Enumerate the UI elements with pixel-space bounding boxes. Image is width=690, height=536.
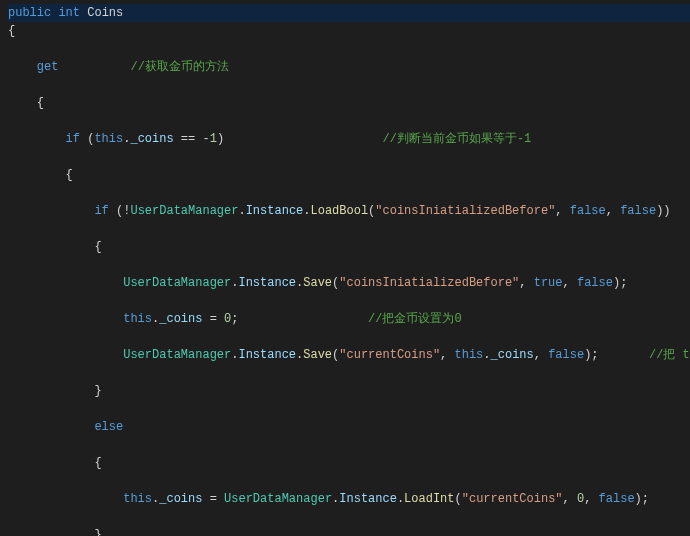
token-pn: )): [656, 204, 670, 218]
token-pn: }: [94, 384, 101, 398]
token-kw: int: [58, 6, 80, 20]
code-line[interactable]: }: [8, 526, 690, 536]
token-member: Instance: [238, 348, 296, 362]
token-kw: false: [570, 204, 606, 218]
code-line[interactable]: else: [8, 418, 690, 436]
token-pn: {: [37, 96, 44, 110]
token-kw: this: [123, 492, 152, 506]
code-line[interactable]: UserDataManager.Instance.Save("currentCo…: [8, 346, 690, 364]
code-line[interactable]: public int Coins: [8, 4, 690, 22]
token-member: _coins: [159, 312, 202, 326]
token-pn: (: [455, 492, 462, 506]
token-func: Save: [303, 276, 332, 290]
token-kw: if: [94, 204, 108, 218]
token-type: UserDataManager: [123, 276, 231, 290]
token-pn: [224, 132, 382, 146]
code-line[interactable]: UserDataManager.Instance.Save("coinsInia…: [8, 274, 690, 292]
token-str: "currentCoins": [339, 348, 440, 362]
token-pn: ,: [563, 492, 577, 506]
token-pn: ,: [606, 204, 620, 218]
token-member: Instance: [238, 276, 296, 290]
token-func: Save: [303, 348, 332, 362]
token-id: Coins: [87, 6, 123, 20]
token-pn: =: [202, 312, 224, 326]
token-kw: false: [620, 204, 656, 218]
token-str: "currentCoins": [462, 492, 563, 506]
token-pn: {: [66, 168, 73, 182]
token-str: "coinsIniatializedBefore": [339, 276, 519, 290]
token-pn: (: [80, 132, 94, 146]
token-func: LoadBool: [310, 204, 368, 218]
token-kw: false: [577, 276, 613, 290]
code-line[interactable]: }: [8, 382, 690, 400]
token-kw: else: [94, 420, 123, 434]
token-pn: {: [94, 240, 101, 254]
token-pn: }: [94, 528, 101, 536]
token-pn: ,: [440, 348, 454, 362]
code-editor[interactable]: public int Coins { get //获取金币的方法 { if (t…: [0, 0, 690, 536]
token-cmt: //把 this._coins 的值存入玩家数据: [649, 348, 690, 362]
code-line[interactable]: this._coins = 0; //把金币设置为0: [8, 310, 690, 328]
token-pn: [238, 312, 368, 326]
token-pn: {: [8, 24, 15, 38]
token-pn: ,: [555, 204, 569, 218]
token-pn: .: [238, 204, 245, 218]
token-kw: true: [534, 276, 563, 290]
code-line[interactable]: {: [8, 94, 690, 112]
token-kw: false: [548, 348, 584, 362]
token-num: 1: [210, 132, 217, 146]
token-member: _coins: [159, 492, 202, 506]
token-type: UserDataManager: [224, 492, 332, 506]
token-op: -: [202, 132, 209, 146]
token-pn: );: [584, 348, 598, 362]
token-pn: ,: [534, 348, 548, 362]
code-line[interactable]: if (this._coins == -1) //判断当前金币如果等于-1: [8, 130, 690, 148]
token-str: "coinsIniatializedBefore": [375, 204, 555, 218]
token-pn: ,: [563, 276, 577, 290]
token-cmt: //把金币设置为0: [368, 312, 462, 326]
token-kw: this: [94, 132, 123, 146]
token-pn: ,: [519, 276, 533, 290]
token-member: _coins: [491, 348, 534, 362]
token-pn: [58, 60, 130, 74]
code-line[interactable]: if (!UserDataManager.Instance.LoadBool("…: [8, 202, 690, 220]
code-line[interactable]: get //获取金币的方法: [8, 58, 690, 76]
token-member: Instance: [339, 492, 397, 506]
token-pn: {: [94, 456, 101, 470]
code-line[interactable]: {: [8, 238, 690, 256]
token-pn: (!: [109, 204, 131, 218]
token-kw: this: [455, 348, 484, 362]
token-pn: ,: [584, 492, 598, 506]
token-type: UserDataManager: [130, 204, 238, 218]
token-pn: [599, 348, 649, 362]
token-kw: false: [599, 492, 635, 506]
code-line[interactable]: this._coins = UserDataManager.Instance.L…: [8, 490, 690, 508]
token-pn: [174, 132, 181, 146]
token-pn: .: [483, 348, 490, 362]
token-type: UserDataManager: [123, 348, 231, 362]
token-member: _coins: [130, 132, 173, 146]
token-member: Instance: [246, 204, 304, 218]
token-kw: get: [37, 60, 59, 74]
code-line[interactable]: {: [8, 454, 690, 472]
token-cmt: //判断当前金币如果等于-1: [383, 132, 532, 146]
token-kw: this: [123, 312, 152, 326]
code-line[interactable]: {: [8, 166, 690, 184]
token-pn: =: [202, 492, 224, 506]
token-pn: );: [613, 276, 627, 290]
code-line[interactable]: {: [8, 22, 690, 40]
token-op: ==: [181, 132, 195, 146]
token-pn: );: [635, 492, 649, 506]
token-kw: if: [66, 132, 80, 146]
token-pn: ): [217, 132, 224, 146]
token-kw: public: [8, 6, 51, 20]
token-func: LoadInt: [404, 492, 454, 506]
token-cmt: //获取金币的方法: [130, 60, 228, 74]
